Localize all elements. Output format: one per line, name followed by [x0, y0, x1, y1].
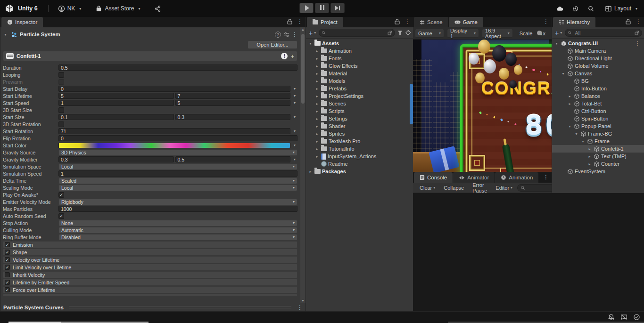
expander-icon[interactable] — [314, 49, 320, 53]
lock-icon[interactable] — [395, 19, 400, 24]
expander-icon[interactable] — [314, 154, 320, 159]
project-search-input[interactable] — [328, 30, 386, 36]
create-menu[interactable]: + — [308, 29, 317, 37]
project-item-inputsystem-actions[interactable]: InputSystem_Actions — [306, 153, 413, 160]
hierarchy-item-info-button[interactable]: Info-Button — [552, 85, 644, 92]
select[interactable]: Local — [58, 185, 297, 191]
create-menu[interactable]: + — [554, 29, 563, 37]
value-input-max[interactable]: 7 — [175, 93, 291, 99]
value-input-min[interactable]: 0.1 — [58, 114, 174, 120]
project-item-readme[interactable]: Readme — [306, 160, 413, 168]
status-check-icon[interactable] — [633, 314, 640, 321]
project-item-sprites[interactable]: Sprites — [306, 130, 413, 137]
kebab-menu-icon[interactable] — [405, 18, 410, 25]
help-icon[interactable]: ? — [275, 32, 281, 38]
dropdown-icon[interactable] — [292, 101, 297, 105]
hierarchy-item-frame[interactable]: Frame — [552, 137, 644, 145]
foldout-icon[interactable] — [3, 32, 8, 37]
module-checkbox[interactable] — [5, 265, 10, 270]
hierarchy-item-counter[interactable]: Counter — [552, 160, 644, 168]
clear-button[interactable]: Clear — [416, 184, 439, 192]
particle-system-header[interactable]: Particle System ? — [3, 29, 297, 40]
value-input[interactable]: 0 — [58, 86, 290, 92]
expander-icon[interactable] — [308, 41, 313, 46]
expander-icon[interactable] — [587, 147, 592, 151]
hierarchy-item-balance[interactable]: Balance — [552, 92, 644, 100]
project-item-scripts[interactable]: Scripts — [306, 107, 413, 115]
search-by-type-icon[interactable] — [397, 30, 403, 36]
scroll-down-icon[interactable]: ▼ — [300, 299, 305, 302]
expander-icon[interactable] — [554, 41, 559, 46]
kebab-menu-icon[interactable] — [297, 304, 303, 311]
hierarchy-item-bg[interactable]: BG — [552, 77, 644, 85]
inspector-scrollbar[interactable]: ▲ ▼ — [300, 27, 305, 303]
dropdown-icon[interactable] — [292, 94, 297, 98]
select[interactable]: None — [58, 220, 297, 226]
expander-icon[interactable] — [314, 87, 320, 91]
expander-icon[interactable] — [314, 147, 320, 151]
add-module-icon[interactable]: + — [290, 53, 294, 60]
tab-project[interactable]: Project — [307, 17, 343, 27]
kebab-menu-icon[interactable] — [292, 31, 297, 38]
project-item-packages[interactable]: Packages — [306, 168, 413, 175]
project-item-shader[interactable]: Shader — [306, 122, 413, 130]
module-emission[interactable]: Emission — [3, 241, 297, 248]
project-item-scenes[interactable]: Scenes — [306, 100, 413, 107]
dropdown-icon[interactable] — [292, 143, 297, 147]
particle-main-module-header[interactable]: Confetti-1 ! + — [3, 51, 297, 61]
search-icon[interactable] — [587, 5, 594, 12]
project-item-prefabs[interactable]: Prefabs — [306, 85, 413, 92]
account-menu[interactable]: NK — [56, 4, 83, 14]
hierarchy-item-canvas[interactable]: Canvas — [552, 70, 644, 77]
hierarchy-item-congrats-ui[interactable]: Congrats-UI — [552, 40, 644, 47]
kebab-menu-icon[interactable] — [297, 18, 303, 25]
select[interactable]: 3D Physics — [58, 149, 297, 156]
expander-icon[interactable] — [314, 124, 320, 129]
value-input[interactable]: 71 — [58, 128, 290, 134]
value-input-max[interactable]: 0.5 — [175, 156, 291, 162]
expander-icon[interactable] — [308, 170, 313, 174]
module-checkbox[interactable] — [5, 257, 10, 262]
hierarchy-item-spin-button[interactable]: Spin-Button — [552, 115, 644, 122]
value-input-max[interactable]: 0.3 — [175, 114, 291, 120]
value-input-max[interactable]: 5 — [175, 100, 291, 106]
history-icon[interactable] — [572, 5, 579, 12]
project-item-assets[interactable]: Assets — [306, 40, 413, 47]
module-limit-velocity-over-lifetime[interactable]: Limit Velocity over Lifetime — [3, 264, 297, 271]
project-scrollbar-thumb[interactable] — [410, 84, 413, 124]
project-item-models[interactable]: Models — [306, 77, 413, 85]
notifications-muted-icon[interactable] — [608, 314, 615, 321]
particle-curves-footer[interactable]: Particle System Curves — [0, 303, 305, 311]
expander-icon[interactable] — [567, 124, 572, 129]
tab-animation[interactable]: Animation — [495, 172, 538, 183]
module-force-over-lifetime[interactable]: Force over Lifetime — [3, 286, 297, 293]
project-item-animation[interactable]: Animation — [306, 47, 413, 55]
expander-icon[interactable] — [574, 132, 579, 136]
expander-icon[interactable] — [567, 102, 572, 106]
module-checkbox[interactable] — [5, 242, 10, 247]
value-input[interactable]: 0 — [58, 135, 297, 141]
project-item-settings[interactable]: Settings — [306, 115, 413, 122]
checkbox[interactable] — [58, 72, 64, 78]
search-popout-icon[interactable] — [635, 31, 639, 35]
hierarchy-item-popup-panel[interactable]: Popup-Panel — [552, 122, 644, 130]
search-by-label-icon[interactable] — [405, 30, 411, 36]
project-item-tutorialinfo[interactable]: TutorialInfo — [306, 145, 413, 153]
hierarchy-search[interactable] — [565, 29, 642, 37]
play-button[interactable] — [299, 3, 314, 13]
hierarchy-item-eventsystem[interactable]: EventSystem — [552, 168, 644, 175]
value-input[interactable]: 1 — [58, 170, 297, 177]
dropdown-icon[interactable] — [292, 87, 297, 91]
select[interactable]: Rigidbody — [58, 199, 297, 205]
module-checkbox[interactable] — [5, 287, 10, 292]
tab-hierarchy[interactable]: Hierarchy — [553, 17, 595, 27]
drag-handle[interactable] — [69, 306, 291, 308]
hierarchy-item-frame-bg[interactable]: Frame-BG — [552, 130, 644, 137]
value-input-min[interactable]: 1 — [58, 100, 174, 106]
checkbox[interactable] — [58, 107, 64, 113]
value-input[interactable]: 0.5 — [58, 65, 297, 71]
dropdown-icon[interactable] — [292, 157, 297, 162]
dropdown-icon[interactable] — [292, 115, 297, 119]
project-search[interactable] — [319, 29, 395, 37]
cloud-icon[interactable] — [556, 5, 563, 12]
